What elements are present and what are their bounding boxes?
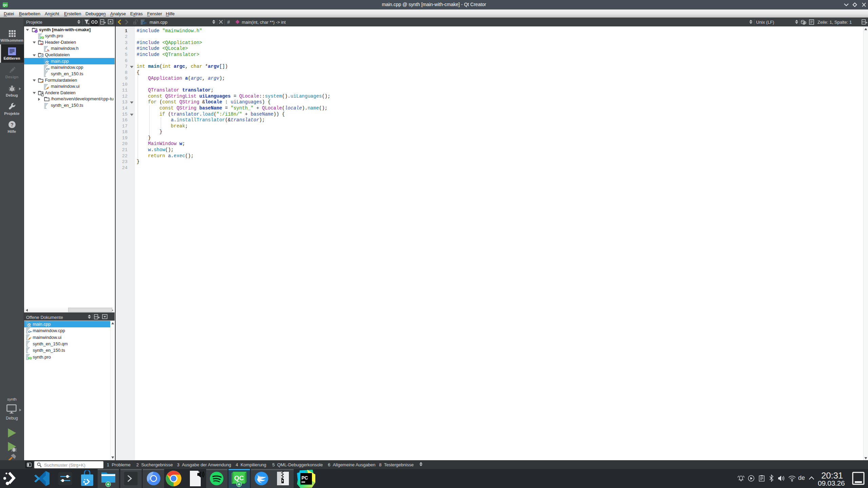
svg-text:h: h [40,42,42,46]
svg-text:h: h [47,48,50,52]
svg-text:?: ? [11,122,14,127]
svg-text:QC: QC [3,3,7,7]
svg-text:Qt: Qt [28,357,31,360]
svg-text:Qt: Qt [41,36,43,39]
svg-text:PC: PC [301,475,308,481]
svg-text:QC: QC [234,474,244,482]
